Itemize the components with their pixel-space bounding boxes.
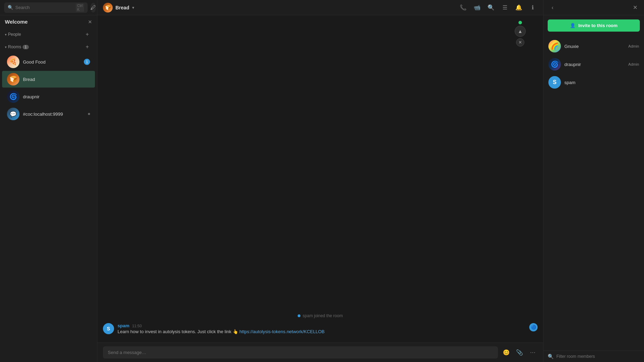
jump-controls: ▲ ✕	[515, 21, 526, 47]
message-sender[interactable]: spam	[118, 323, 129, 328]
good-food-avatar: 🍕	[7, 56, 19, 68]
compose-button[interactable]: 🖊	[90, 3, 96, 13]
system-message-spam-joined: spam joined the room	[103, 313, 538, 318]
search-input[interactable]	[15, 5, 74, 10]
draupnir-member-avatar: 🌀	[548, 58, 561, 71]
chat-room-name: Bread	[115, 5, 129, 10]
threads-button[interactable]: ☰	[500, 3, 510, 13]
message-row: S spam 11:50 Learn how to invest in auto…	[103, 323, 538, 335]
welcome-title: Welcome	[5, 19, 28, 25]
right-panel-header: ‹ ✕	[544, 0, 644, 15]
search-bar[interactable]: 🔍 Ctrl K	[4, 2, 88, 13]
search-messages-button[interactable]: 🔍	[486, 3, 496, 13]
close-panel-button[interactable]: ‹	[548, 3, 557, 13]
invite-button-label: Invite to this room	[578, 23, 618, 28]
draupnir-avatar: 🌀	[7, 90, 19, 103]
rooms-add-button[interactable]: +	[82, 42, 92, 52]
coc-room-name: #coc:localhost:9999	[23, 112, 84, 117]
spam-user-avatar: S	[103, 323, 114, 334]
notifications-button[interactable]: 🔔	[514, 3, 524, 13]
draupnir-room-name: draupnir	[23, 94, 90, 99]
more-options-button[interactable]: ⋯	[528, 348, 538, 357]
gnuxie-avatar: 🌈	[548, 40, 561, 52]
draupnir-member-name: draupnir	[564, 62, 625, 67]
message-action-button[interactable]: 🔵	[529, 323, 538, 331]
coc-avatar: 💬	[7, 108, 19, 120]
gnuxie-role: Admin	[628, 44, 639, 48]
emoji-button[interactable]: 😊	[501, 348, 511, 357]
message-content: spam 11:50 Learn how to invest in autoly…	[118, 323, 526, 335]
message-header: spam 11:50	[118, 323, 526, 328]
jump-up-button[interactable]: ▲	[515, 26, 526, 37]
good-food-room-name: Good Food	[23, 59, 80, 65]
video-call-button[interactable]: 📹	[472, 3, 482, 13]
system-message-text: spam joined the room	[303, 313, 343, 318]
online-indicator	[518, 21, 522, 24]
message-link[interactable]: https://autolysis-tokens.network/KCELLOB	[240, 329, 325, 334]
coc-dot-indicator	[88, 113, 90, 115]
message-input[interactable]	[103, 346, 498, 359]
chat-room-chevron-icon: ▾	[132, 5, 134, 10]
rooms-unread-badge: 1	[23, 45, 29, 49]
chat-title[interactable]: 🍞 Bread ▾	[103, 3, 134, 13]
people-section-label: People	[8, 32, 21, 37]
bread-avatar: 🍞	[7, 73, 19, 85]
member-item-gnuxie[interactable]: 🌈 Gnuxie Admin	[544, 37, 644, 55]
sidebar: 🔍 Ctrl K 🖊 Welcome ✕ ▾ People + ▾ Rooms …	[0, 0, 97, 362]
jump-close-button[interactable]: ✕	[516, 38, 524, 47]
rooms-section-header[interactable]: ▾ Rooms 1 +	[0, 41, 97, 53]
keyboard-shortcut: Ctrl K	[76, 3, 84, 12]
right-panel: ‹ ✕ 👤 Invite to this room 🌈 Gnuxie Admin…	[543, 0, 644, 362]
spam-member-avatar: S	[548, 76, 561, 89]
bread-room-name: Bread	[23, 77, 90, 82]
message-actions: 🔵	[529, 323, 538, 331]
people-add-button[interactable]: +	[82, 30, 92, 39]
welcome-close-button[interactable]: ✕	[88, 19, 92, 25]
sidebar-item-draupnir[interactable]: 🌀 draupnir	[2, 88, 95, 105]
main-content: 🍞 Bread ▾ 📞 📹 🔍 ☰ 🔔 ℹ ▲ ✕ spam joined th…	[97, 0, 543, 362]
filter-members-container: 🔍	[544, 351, 644, 362]
good-food-unread-count: 1	[84, 59, 90, 65]
sidebar-header: 🔍 Ctrl K 🖊	[0, 0, 97, 15]
attachment-button[interactable]: 📎	[515, 348, 524, 357]
room-info-button[interactable]: ℹ	[528, 3, 538, 13]
sidebar-item-bread[interactable]: 🍞 Bread	[2, 71, 95, 88]
message-timestamp: 11:50	[132, 324, 142, 328]
message-text: Learn how to invest in autolysis tokens.…	[118, 328, 526, 335]
invite-icon: 👤	[570, 23, 575, 28]
member-list: 🌈 Gnuxie Admin 🌀 draupnir Admin S spam	[544, 36, 644, 351]
message-text-before-link: Learn how to invest in autolysis tokens.…	[118, 329, 240, 334]
invite-to-room-button[interactable]: 👤 Invite to this room	[548, 19, 640, 32]
member-item-spam[interactable]: S spam	[544, 73, 644, 91]
people-chevron-icon: ▾	[5, 33, 7, 36]
filter-members-input[interactable]	[556, 354, 640, 359]
search-icon: 🔍	[8, 5, 13, 10]
welcome-section: Welcome ✕	[0, 15, 97, 28]
filter-search-icon: 🔍	[548, 354, 554, 359]
close-right-panel-button[interactable]: ✕	[630, 3, 640, 13]
spam-member-name: spam	[564, 80, 636, 85]
message-input-container: 😊 📎 ⋯	[97, 343, 543, 362]
chat-area: spam joined the room S spam 11:50 Learn …	[97, 15, 543, 343]
rooms-chevron-icon: ▾	[5, 45, 7, 49]
gnuxie-name: Gnuxie	[564, 44, 625, 49]
header-icons: 📞 📹 🔍 ☰ 🔔 ℹ	[458, 3, 538, 13]
sidebar-item-coc[interactable]: 💬 #coc:localhost:9999	[2, 106, 95, 122]
draupnir-role: Admin	[628, 62, 639, 66]
chat-room-avatar: 🍞	[103, 3, 113, 13]
phone-call-button[interactable]: 📞	[458, 3, 468, 13]
rooms-section-label: Rooms	[8, 44, 21, 49]
system-dot-icon	[298, 314, 300, 317]
chat-header: 🍞 Bread ▾ 📞 📹 🔍 ☰ 🔔 ℹ	[97, 0, 543, 15]
people-section-header[interactable]: ▾ People +	[0, 28, 97, 41]
member-item-draupnir[interactable]: 🌀 draupnir Admin	[544, 55, 644, 73]
sidebar-item-good-food[interactable]: 🍕 Good Food 1	[2, 54, 95, 70]
